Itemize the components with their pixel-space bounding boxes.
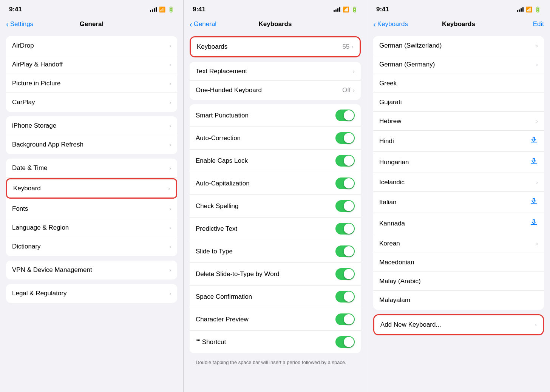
row-airplay[interactable]: AirPlay & Handoff › [6,55,177,74]
row-auto-cap[interactable]: Auto-Capitalization [190,172,361,195]
row-caps-lock[interactable]: Enable Caps Lock [190,150,361,172]
row-dictionary[interactable]: Dictionary › [6,237,177,256]
nav-title-2: Keyboards [259,20,292,28]
row-datetime[interactable]: Date & Time › [6,159,177,177]
row-keyboards-count[interactable]: Keyboards 55 › [191,37,360,56]
label-airdrop: AirDrop [12,42,34,49]
row-malayalam[interactable]: Malayalam [373,291,544,310]
row-legal[interactable]: Legal & Regulatory › [6,284,177,303]
row-delete-slide[interactable]: Delete Slide-to-Type by Word [190,263,361,286]
toggle-caps-lock[interactable] [335,155,355,167]
label-quote-shortcut: "" Shortcut [196,338,226,346]
row-auto-correction[interactable]: Auto-Correction [190,127,361,150]
chevron-pip: › [169,80,171,86]
download-icon-hungarian[interactable] [530,157,538,167]
row-language[interactable]: Language & Region › [6,218,177,237]
row-german-ch[interactable]: German (Switzerland) › [373,36,544,55]
signal-icon-1 [150,7,157,12]
right-pip: › [169,80,171,86]
right-iphone-storage: › [169,123,171,129]
toggle-delete-slide[interactable] [335,268,355,280]
toggle-auto-correction[interactable] [335,132,355,144]
row-macedonian[interactable]: Macedonian [373,253,544,272]
toggle-char-preview[interactable] [335,313,355,325]
row-carplay[interactable]: CarPlay › [6,93,177,112]
row-kannada[interactable]: Kannada [373,213,544,234]
label-macedonian: Macedonian [379,259,414,266]
toggle-smart-punctuation[interactable] [335,110,355,121]
status-icons-2: 📶 🔋 [334,6,358,12]
download-icon-hindi[interactable] [530,136,538,146]
toggle-quote-shortcut[interactable] [335,336,355,348]
row-add-keyboard[interactable]: Add New Keyboard... › [374,315,543,334]
chevron-airplay: › [169,62,171,68]
row-space-confirm[interactable]: Space Confirmation [190,286,361,308]
row-italian[interactable]: Italian [373,192,544,213]
battery-icon-3: 🔋 [535,6,541,12]
row-slide-to-type[interactable]: Slide to Type [190,240,361,263]
label-hungarian: Hungarian [379,159,409,166]
row-icelandic[interactable]: Icelandic › [373,173,544,192]
right-keyboard: › [168,185,170,191]
row-vpn[interactable]: VPN & Device Management › [6,261,177,279]
row-predictive[interactable]: Predictive Text [190,218,361,240]
footer-period: Double tapping the space bar will insert… [190,358,361,369]
wifi-icon-2: 📶 [343,6,349,12]
download-icon-italian[interactable] [530,197,538,207]
row-hindi[interactable]: Hindi [373,131,544,152]
panel3-content: German (Switzerland) › German (Germany) … [367,33,550,392]
label-datetime: Date & Time [12,164,48,172]
section-airdrop: AirDrop › AirPlay & Handoff › Picture in… [6,36,177,112]
download-icon-kannada[interactable] [530,218,538,228]
right-german-ch: › [536,43,538,49]
row-smart-punctuation[interactable]: Smart Punctuation [190,104,361,127]
toggle-predictive[interactable] [335,223,355,235]
row-iphone-storage[interactable]: iPhone Storage › [6,116,177,135]
row-check-spelling[interactable]: Check Spelling [190,195,361,218]
right-add-keyboard: › [535,322,537,328]
label-check-spelling: Check Spelling [196,202,238,210]
row-hungarian[interactable]: Hungarian [373,152,544,173]
section-storage: iPhone Storage › Background App Refresh … [6,116,177,154]
toggle-auto-cap[interactable] [335,177,355,189]
row-gujarati[interactable]: Gujarati [373,93,544,112]
right-airplay: › [169,62,171,68]
row-fonts[interactable]: Fonts › [6,199,177,218]
toggle-check-spelling[interactable] [335,200,355,212]
label-one-handed: One-Handed Keyboard [196,86,262,94]
label-smart-punctuation: Smart Punctuation [196,112,249,119]
back-button-1[interactable]: ‹ Settings [6,20,33,29]
row-korean[interactable]: Korean › [373,234,544,253]
back-button-2[interactable]: ‹ General [190,20,216,29]
section-vpn: VPN & Device Management › [6,261,177,279]
status-bar-1: 9:41 📶 🔋 [0,0,183,17]
right-hindi [530,136,538,146]
row-airdrop[interactable]: AirDrop › [6,36,177,55]
row-malay-arabic[interactable]: Malay (Arabic) [373,272,544,291]
label-german-ch: German (Switzerland) [379,42,442,49]
row-text-replacement[interactable]: Text Replacement › [190,62,361,81]
right-vpn: › [169,267,171,273]
row-german-de[interactable]: German (Germany) › [373,55,544,74]
label-malay-arabic: Malay (Arabic) [379,278,421,285]
back-button-3[interactable]: ‹ Keyboards [373,20,408,29]
chevron-airdrop: › [169,43,171,49]
row-pip[interactable]: Picture in Picture › [6,74,177,93]
row-quote-shortcut[interactable]: "" Shortcut [190,331,361,353]
value-one-handed: Off [342,86,351,94]
panel-keyboards: 9:41 📶 🔋 ‹ General Keyboards Keyboards 5… [184,0,367,392]
back-chevron-3: ‹ [373,20,376,29]
row-greek[interactable]: Greek [373,74,544,93]
chevron-legal: › [169,290,171,296]
row-bg-refresh[interactable]: Background App Refresh › [6,135,177,154]
section-legal: Legal & Regulatory › [6,284,177,303]
edit-button[interactable]: Edit [533,20,544,28]
row-one-handed[interactable]: One-Handed Keyboard Off › [190,81,361,100]
row-hebrew[interactable]: Hebrew › [373,112,544,131]
toggle-slide-to-type[interactable] [335,245,355,257]
toggle-space-confirm[interactable] [335,291,355,302]
chevron-icelandic: › [536,179,538,185]
label-add-keyboard: Add New Keyboard... [380,321,441,329]
row-char-preview[interactable]: Character Preview [190,308,361,331]
row-keyboard[interactable]: Keyboard › [6,178,177,199]
